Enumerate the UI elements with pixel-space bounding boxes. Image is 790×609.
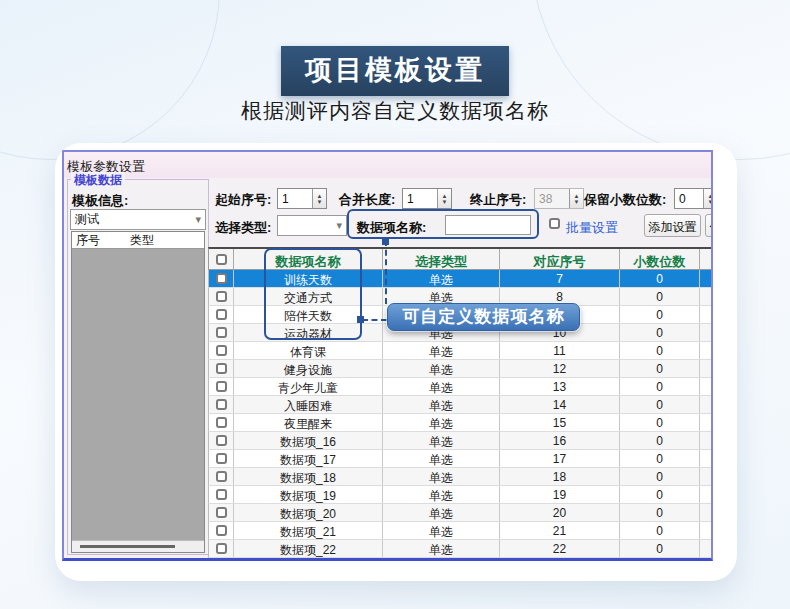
row-checkbox[interactable] [216,471,227,482]
add-settings-button[interactable]: 添加设置 [644,214,701,237]
table-cell: 0 [620,360,700,377]
table-row[interactable]: 入睡困难单选140 [208,396,713,414]
spinner-buttons[interactable]: ▲▼ [312,189,326,208]
table-cell [700,450,713,467]
table-row[interactable]: 数据项_23单选230 [208,558,713,561]
row-checkbox[interactable] [216,435,227,446]
template-select[interactable]: 测试 ▾ [70,209,206,230]
table-cell: 单选 [383,522,500,539]
window-titlebar: 模板参数设置 [64,152,711,178]
table-row[interactable]: 数据项_16单选160 [208,432,713,450]
table-cell: 单选 [383,558,500,561]
row-checkbox[interactable] [216,381,227,392]
row-checkbox[interactable] [216,273,227,284]
table-row[interactable]: 数据项_22单选220 [208,540,713,558]
table-cell: 15 [500,414,620,431]
row-checkbox-cell [209,288,234,305]
table-row[interactable]: 数据项_20单选200 [208,504,713,522]
row-checkbox-cell [209,468,234,485]
table-row[interactable]: 数据项_21单选210 [208,522,713,540]
table-cell: 单选 [383,450,500,467]
table-row[interactable]: 夜里醒来单选150 [208,414,713,432]
table-cell: 数据项_20 [234,504,383,521]
table-cell: 单选 [383,414,500,431]
table-cell [700,270,713,287]
table-row[interactable]: 体育课单选110 [208,342,713,360]
spinner-buttons[interactable]: ▲▼ [437,189,451,208]
table-cell: 训练天数 [234,270,383,287]
page-subtitle: 根据测评内容自定义数据项名称 [0,97,790,125]
table-cell: 单选 [383,360,500,377]
row-checkbox[interactable] [216,345,227,356]
data-items-table: 数据项名称 选择类型 对应序号 小数位数 训练天数单选70交通方式单选80陪伴天… [208,247,713,561]
row-checkbox-cell [209,306,234,323]
row-checkbox[interactable] [216,399,227,410]
table-row[interactable]: 青少年儿童单选130 [208,378,713,396]
row-checkbox[interactable] [216,417,227,428]
row-checkbox-cell [209,450,234,467]
end-seq-input: 38 ▲▼ [534,188,584,209]
page-title: 项目模板设置 [281,46,509,96]
row-checkbox[interactable] [216,543,227,554]
template-item-list[interactable]: 序号 类型 [71,231,205,553]
table-cell: 0 [620,432,700,449]
table-cell: 7 [500,270,620,287]
table-cell: 17 [500,450,620,467]
col-header-seq[interactable]: 对应序号 [500,249,620,269]
col-header-decimals[interactable]: 小数位数 [620,249,700,269]
table-cell: 青少年儿童 [234,378,383,395]
table-cell: 0 [620,324,700,341]
table-cell: 11 [500,342,620,359]
table-cell [700,324,713,341]
row-checkbox[interactable] [216,507,227,518]
table-cell: 0 [620,522,700,539]
table-cell: 单选 [383,486,500,503]
table-row[interactable]: 健身设施单选120 [208,360,713,378]
col-header-item-name[interactable]: 数据项名称 [234,249,383,269]
table-cell: 18 [500,468,620,485]
table-cell [700,468,713,485]
table-cell: 数据项_22 [234,540,383,557]
template-data-group: 模板数据 模板信息: 测试 ▾ 序号 类型 [67,179,209,555]
scrollbar-thumb[interactable] [80,545,175,548]
table-cell [700,288,713,305]
row-checkbox[interactable] [216,291,227,302]
col-header-select-type[interactable]: 选择类型 [383,249,500,269]
item-name-label: 数据项名称: [357,219,426,237]
list-col-seq: 序号 [72,232,130,248]
item-name-input[interactable] [445,215,531,235]
row-checkbox[interactable] [216,309,227,320]
table-row[interactable]: 数据项_19单选190 [208,486,713,504]
row-checkbox[interactable] [216,327,227,338]
table-cell: 数据项_23 [234,558,383,561]
table-cell: 夜里醒来 [234,414,383,431]
table-cell: 0 [620,270,700,287]
row-checkbox[interactable] [216,453,227,464]
row-checkbox[interactable] [216,363,227,374]
spinner-buttons[interactable]: ▲▼ [703,189,713,208]
horizontal-scrollbar[interactable] [72,540,204,552]
merge-len-input[interactable]: 1 ▲▼ [402,188,452,209]
template-info-label: 模板信息: [72,192,128,210]
select-type-label: 选择类型: [215,219,271,237]
table-cell: 22 [500,540,620,557]
decimal-input[interactable]: 0 ▲▼ [674,188,713,209]
table-row[interactable]: 训练天数单选70 [208,270,713,288]
select-type-dropdown[interactable]: ▾ [277,215,347,236]
batch-label: 批量设置 [566,219,618,237]
modify-settings-button[interactable]: 修改设置 [705,214,713,237]
table-cell: 交通方式 [234,288,383,305]
end-seq-label: 终止序号: [470,191,526,209]
table-cell: 单选 [383,432,500,449]
table-row[interactable]: 数据项_18单选180 [208,468,713,486]
select-all-checkbox[interactable] [216,254,227,265]
start-seq-input[interactable]: 1 ▲▼ [277,188,327,209]
row-checkbox[interactable] [216,489,227,500]
batch-checkbox[interactable] [549,218,560,229]
row-checkbox-cell [209,432,234,449]
row-checkbox[interactable] [216,525,227,536]
table-cell [700,432,713,449]
table-row[interactable]: 数据项_17单选170 [208,450,713,468]
table-cell: 单选 [383,540,500,557]
table-cell [700,504,713,521]
